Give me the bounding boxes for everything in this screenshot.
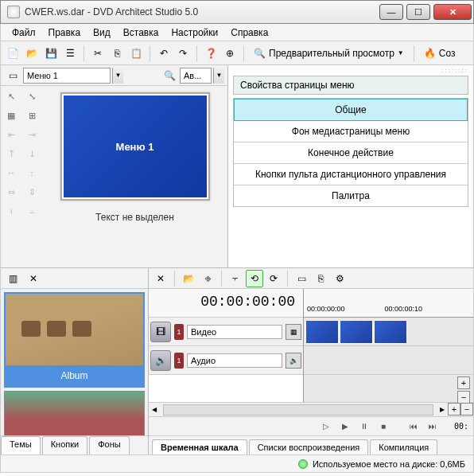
- zoom-combo[interactable]: Ав...: [180, 68, 212, 84]
- breadcrumb-dropdown[interactable]: ▼: [112, 68, 123, 84]
- zoom-icon[interactable]: 🔍: [161, 67, 178, 84]
- menu-view[interactable]: Вид: [87, 25, 117, 40]
- selection-tool[interactable]: ↖: [2, 88, 20, 105]
- grid-tool[interactable]: ▦: [2, 107, 20, 124]
- cut-button[interactable]: ✂: [89, 45, 107, 62]
- selection-status: Текст не выделен: [95, 212, 174, 223]
- tab-playlists[interactable]: Списки воспроизведения: [249, 439, 369, 455]
- play-start-button[interactable]: ▷: [319, 420, 333, 433]
- audio-clip-row[interactable]: [304, 346, 473, 375]
- theme-preview-image: [6, 294, 143, 365]
- video-clip[interactable]: [340, 320, 373, 344]
- close-button[interactable]: ✕: [433, 4, 472, 20]
- prev-button[interactable]: ⏮: [406, 420, 421, 433]
- audio-track-button[interactable]: 🔈: [286, 353, 301, 369]
- tab-backgrounds[interactable]: Фоны: [89, 436, 129, 455]
- undo-button[interactable]: ↶: [155, 45, 173, 62]
- new-button[interactable]: 📄: [4, 45, 21, 62]
- gallery-view-button[interactable]: ▥: [4, 270, 21, 287]
- video-track-button[interactable]: ▦: [286, 324, 301, 340]
- panel-grip[interactable]: ::::::::: [228, 65, 473, 76]
- menu-canvas-frame: Меню 1: [60, 92, 210, 201]
- tab-buttons[interactable]: Кнопки: [42, 436, 88, 455]
- align-top[interactable]: ⤒: [2, 145, 20, 162]
- prop-item-palette[interactable]: Палитра: [234, 185, 468, 206]
- tab-timeline[interactable]: Временная шкала: [152, 439, 247, 455]
- audio-track-label[interactable]: Аудио: [187, 353, 282, 368]
- prop-item-end-action[interactable]: Конечное действие: [234, 142, 468, 164]
- properties-button[interactable]: ☰: [61, 45, 79, 62]
- align-left[interactable]: ⇤: [2, 126, 20, 143]
- tl-snap-button[interactable]: ⟲: [246, 270, 263, 287]
- paste-button[interactable]: 📋: [127, 45, 145, 62]
- tl-open-button[interactable]: 📂: [180, 270, 197, 287]
- help-button[interactable]: ❓: [202, 45, 220, 62]
- tab-themes[interactable]: Темы: [1, 436, 41, 455]
- pause-button[interactable]: ⏸: [357, 420, 371, 433]
- open-button[interactable]: 📂: [23, 45, 41, 62]
- resize-tool[interactable]: ⤡: [23, 88, 41, 105]
- copy-button[interactable]: ⎘: [108, 45, 126, 62]
- audio-track-header[interactable]: 🔈 1 Аудио 🔈: [149, 346, 303, 375]
- preview-button[interactable]: 🔍 Предварительный просмотр ▼: [249, 46, 409, 60]
- maximize-button[interactable]: ☐: [406, 4, 430, 20]
- status-bar: Используемое место на диске: 0,6МБ: [0, 455, 474, 473]
- menu-settings[interactable]: Настройки: [165, 25, 224, 40]
- video-clip[interactable]: [374, 320, 407, 344]
- tl-marker-button[interactable]: ⫟: [227, 270, 244, 287]
- space-v[interactable]: ⫠: [23, 202, 41, 220]
- zoom-in-button[interactable]: +: [457, 377, 470, 389]
- timeline-ruler[interactable]: 00:00:00:00 00:00:00:10: [304, 289, 473, 318]
- minimize-button[interactable]: —: [379, 4, 403, 20]
- snap-tool[interactable]: ⊞: [23, 107, 41, 124]
- tl-set-in-button[interactable]: ⎆: [199, 270, 216, 287]
- tl-copy-button[interactable]: ⎘: [312, 270, 329, 287]
- timeline-panel: ✕ 📂 ⎆ ⫟ ⟲ ⟳ ▭ ⎘ ⚙ 00:00:00:00 🎞 1 Видео …: [149, 268, 473, 455]
- align-right[interactable]: ⇥: [23, 126, 41, 143]
- menu-edit[interactable]: Правка: [42, 25, 87, 40]
- timeline-scrollbar[interactable]: ◀ ▶ + −: [149, 402, 473, 416]
- save-button[interactable]: 💾: [42, 45, 60, 62]
- tl-folder-button[interactable]: ▭: [293, 270, 310, 287]
- prop-item-general[interactable]: Общие: [234, 99, 468, 121]
- editor-toolbar: ▭ Меню 1 ▼ 🔍 Ав... ▼: [1, 65, 227, 86]
- menu-canvas[interactable]: Меню 1: [64, 96, 207, 197]
- tl-delete-button[interactable]: ✕: [152, 270, 169, 287]
- properties-list: Общие Фон медиастраницы меню Конечное де…: [233, 98, 468, 207]
- properties-header: Свойства страницы меню: [233, 76, 468, 95]
- stop-button[interactable]: ■: [376, 420, 390, 433]
- timeline-tracks[interactable]: 00:00:00:00 00:00:00:10 + −: [303, 289, 473, 402]
- next-button[interactable]: ⏭: [425, 420, 440, 433]
- menu-help[interactable]: Справка: [224, 25, 274, 40]
- theme-thumbnail-album[interactable]: Album: [4, 292, 145, 388]
- distribute-v[interactable]: ↕: [23, 164, 41, 181]
- tl-loop-button[interactable]: ⟳: [265, 270, 282, 287]
- zoom-dropdown[interactable]: ▼: [213, 68, 224, 84]
- same-width[interactable]: ⇔: [2, 183, 20, 201]
- main-toolbar: 📄 📂 💾 ☰ ✂ ⎘ 📋 ↶ ↷ ❓ ⊕ 🔍 Предварительный …: [0, 41, 474, 65]
- make-button[interactable]: 🔥 Соз: [419, 46, 460, 60]
- space-h[interactable]: ⫞: [2, 202, 20, 220]
- menu-insert[interactable]: Вставка: [117, 25, 165, 40]
- align-bottom[interactable]: ⤓: [23, 145, 41, 162]
- tl-settings-button[interactable]: ⚙: [331, 270, 348, 287]
- gallery-delete-button[interactable]: ✕: [25, 270, 42, 287]
- video-clip[interactable]: [305, 320, 339, 344]
- layer-button[interactable]: ▭: [4, 67, 21, 84]
- gallery-toolbar: ▥ ✕: [1, 268, 148, 289]
- breadcrumb-combo[interactable]: Меню 1: [23, 68, 111, 84]
- tab-compilation[interactable]: Компиляция: [370, 439, 437, 455]
- theme-thumbnail-2[interactable]: [4, 391, 145, 435]
- video-track-label[interactable]: Видео: [187, 325, 282, 339]
- distribute-h[interactable]: ↔: [2, 164, 20, 181]
- play-button[interactable]: ▶: [338, 420, 352, 433]
- video-track-header[interactable]: 🎞 1 Видео ▦: [149, 318, 303, 346]
- menu-file[interactable]: Файл: [6, 25, 42, 40]
- video-clip-row[interactable]: [304, 318, 473, 346]
- redo-button[interactable]: ↷: [174, 45, 192, 62]
- prop-item-background[interactable]: Фон медиастраницы меню: [234, 121, 468, 142]
- nav-tool-button[interactable]: ⊕: [221, 45, 239, 62]
- same-height[interactable]: ⇕: [23, 183, 41, 201]
- prop-item-remote[interactable]: Кнопки пульта дистанционного управления: [234, 164, 468, 185]
- zoom-out-button[interactable]: −: [457, 391, 470, 404]
